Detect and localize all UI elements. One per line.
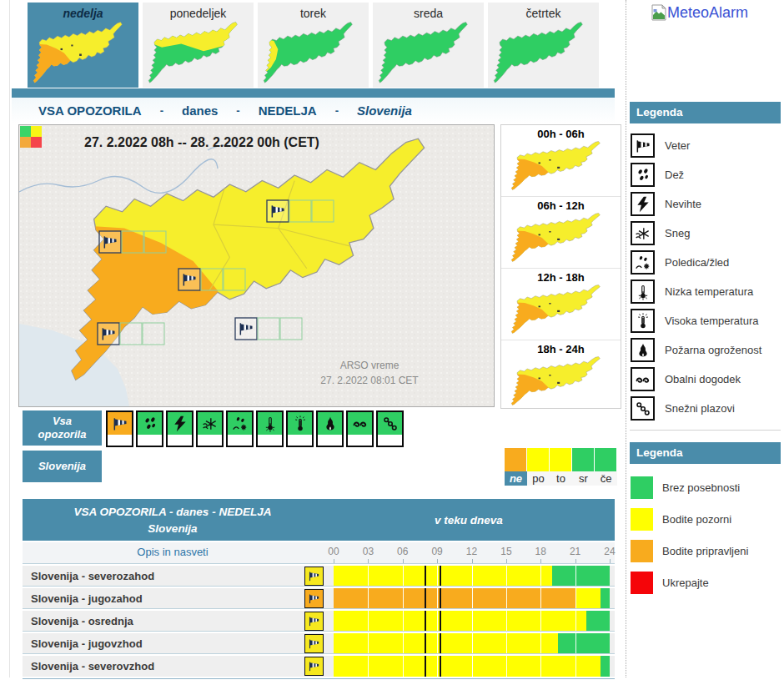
warning-cell-high-temperature[interactable]: [286, 410, 314, 447]
tab-label: ponedeljek: [170, 7, 227, 20]
region-name: Slovenija - osrednja: [31, 615, 133, 627]
timeline-gridline: [472, 633, 473, 654]
day-square-ne[interactable]: ne: [505, 448, 527, 486]
low-temperature-icon: [635, 284, 651, 300]
timeline-segment: [334, 633, 558, 654]
all-warnings-label: Vsa opozorila: [23, 410, 102, 446]
day-square-po[interactable]: po: [527, 448, 550, 486]
slovenia-mini-map: [492, 21, 596, 88]
row-warning-icon: [304, 567, 324, 586]
all-warnings-label-line1: Vsa: [53, 415, 72, 428]
day-tabs: nedelja ponedeljek torek: [28, 3, 599, 88]
time-map-block: 06h - 12h: [501, 197, 621, 269]
level-color-swatch: [631, 540, 653, 562]
legend-item-label: Bodite pozorni: [662, 513, 731, 526]
legend-levels-header: Legenda: [630, 442, 781, 464]
timeline-gridline: [368, 588, 369, 609]
ice-icon: [232, 416, 249, 432]
timeline-segment: [575, 588, 601, 609]
slovenia-mini-map: [262, 21, 365, 88]
time-period-maps: 00h - 06h 06h - 12h 12h - 18h: [500, 124, 621, 409]
tab-nedelja[interactable]: nedelja: [28, 3, 138, 88]
wind-icon: [308, 660, 320, 672]
current-time-marker: [440, 611, 441, 632]
row-warning-icon: [304, 657, 324, 676]
map-valid-range: 27. 2.2022 08h -- 28. 2.2022 00h (CET): [84, 135, 319, 149]
warning-cell-low-temperature[interactable]: [256, 410, 284, 447]
timeline-segment: [334, 611, 586, 632]
warning-timeline: [334, 588, 610, 609]
day-square-sr[interactable]: sr: [572, 448, 595, 486]
warning-cell-rain[interactable]: [136, 410, 163, 447]
time-range-label: 12h - 18h: [501, 269, 621, 284]
rain-icon: [635, 167, 651, 184]
day-square-label: to: [550, 471, 572, 486]
table-row: Slovenija - severozahod: [23, 564, 615, 587]
level-color-swatch: [631, 476, 653, 499]
current-time-marker: [425, 611, 426, 632]
timeline-gridline: [472, 611, 473, 632]
main-warning-map: 27. 2.2022 08h -- 28. 2.2022 00h (CET) A…: [18, 124, 495, 407]
map-corner-cell: [20, 137, 31, 148]
day-square-label: ne: [505, 471, 527, 486]
timeline-gridline: [575, 588, 576, 609]
row-warning-icon: [304, 634, 324, 653]
timeline-segment: [552, 566, 610, 587]
timeline-gridline: [506, 611, 507, 632]
day-square-ce[interactable]: če: [595, 448, 617, 486]
legend-item-wind: Veter: [630, 131, 781, 160]
timeline-gridline: [472, 566, 473, 587]
map-corner-cell: [20, 126, 31, 137]
current-time-marker: [425, 566, 426, 587]
meteoalarm-page: nedelja ponedeljek torek: [0, 0, 784, 690]
hour-label: 12: [464, 546, 480, 557]
timeline-gridline: [437, 566, 438, 587]
tab-torek[interactable]: torek: [258, 3, 369, 88]
timeline-gridline: [403, 588, 404, 609]
storm-icon: [635, 196, 651, 213]
tab-sreda[interactable]: sreda: [373, 3, 484, 88]
day-square-label: po: [527, 471, 550, 486]
warning-cell-storm[interactable]: [166, 410, 193, 447]
warning-cell-wind[interactable]: [106, 410, 133, 447]
warning-cell-coastal[interactable]: [346, 410, 374, 447]
time-map-block: 00h - 06h: [501, 125, 621, 197]
current-time-marker: [440, 588, 441, 609]
region-name: Slovenija - severovzhod: [31, 660, 154, 672]
meteoalarm-logo[interactable]: MeteoAlarm: [651, 4, 748, 21]
cell-strip: [348, 435, 372, 446]
cell-strip: [318, 435, 342, 446]
table-row: Slovenija - osrednja: [23, 609, 615, 632]
warning-cell-avalanche[interactable]: [376, 410, 404, 447]
timeline-segment: [586, 611, 610, 632]
tab-ponedeljek[interactable]: ponedeljek: [143, 3, 254, 88]
day-square-to[interactable]: to: [550, 448, 572, 486]
avalanche-icon: [382, 416, 399, 432]
timeline-gridline: [540, 611, 541, 632]
legend-item-snow: Sneg: [630, 219, 781, 248]
logo-text: MeteoAlarm: [667, 4, 748, 21]
week-severity-squares: ne po to sr če: [505, 448, 617, 486]
hour-label: 21: [567, 546, 584, 557]
timeline-gridline: [437, 611, 438, 632]
tab-cetrtek[interactable]: četrtek: [488, 3, 599, 88]
warning-cell-ice[interactable]: [226, 410, 254, 447]
sidebar-divider: [630, 430, 781, 431]
timeline-segment: [601, 588, 610, 609]
timeline-gridline: [506, 588, 507, 609]
cell-strip: [258, 435, 282, 446]
coastal-icon: [352, 416, 369, 432]
warning-cell-snow[interactable]: [196, 410, 224, 447]
left-border-line: [9, 0, 10, 677]
day-square-label: sr: [572, 471, 595, 486]
warning-timeline: [334, 566, 610, 587]
legend-item-label: Ukrepajte: [662, 577, 709, 589]
legend-item-label: Nevihte: [665, 198, 701, 210]
warning-cell-fire[interactable]: [316, 410, 344, 447]
wind-icon: [308, 637, 320, 650]
legend-item-label: Snežni plazovi: [665, 402, 735, 415]
legend-item-label: Požarna ogroženost: [665, 344, 761, 356]
slovenia-mini-map: [32, 21, 135, 88]
timeline-gridline: [506, 656, 507, 677]
all-warnings-label-line2: opozorila: [38, 428, 87, 441]
